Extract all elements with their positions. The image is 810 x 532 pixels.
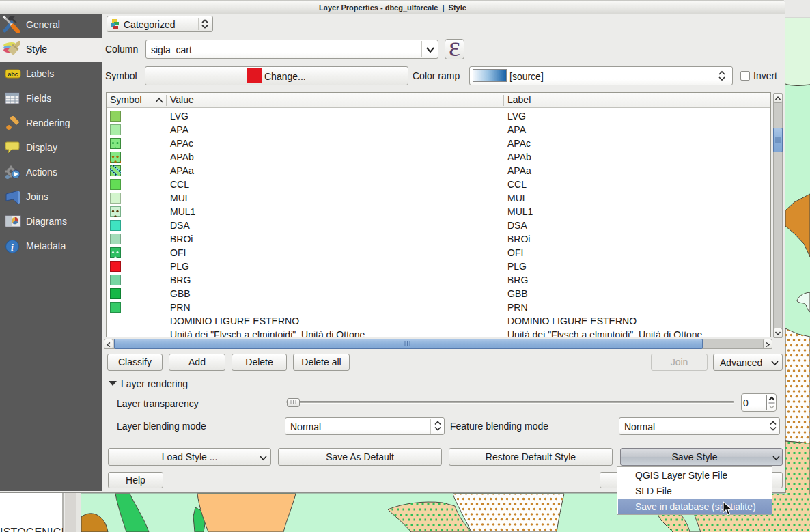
svg-text:abc: abc [8,71,18,78]
svg-text:i: i [11,242,14,253]
